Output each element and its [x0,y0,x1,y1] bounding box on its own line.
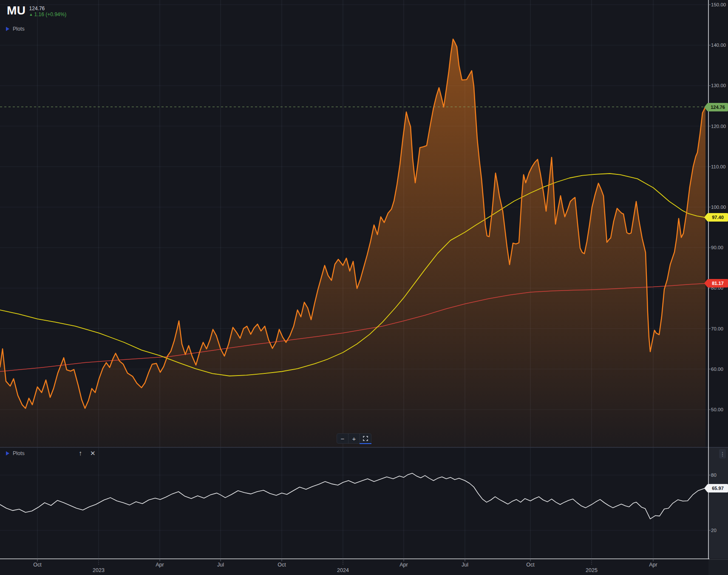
time-axis-month-label: Oct [33,562,41,568]
close-pane-button[interactable]: ✕ [90,450,96,457]
price-axis-label: 140.00 [711,42,726,48]
last-price-text: 124.76 [29,6,67,11]
change-value: 1.16 (+0.94%) [34,11,66,17]
plots-label: Plots [13,26,25,32]
price-axis-label: 60.00 [711,366,723,372]
last-price-tag: 124.76 [708,103,728,111]
pane-more-options-button[interactable]: ⋮ [719,449,726,458]
time-axis-year-label: 2023 [93,567,105,573]
chart-root: 150.00140.00130.00120.00110.00100.0090.0… [0,0,728,575]
time-axis-year-label: 2024 [337,567,349,573]
reset-zoom-button[interactable] [360,434,371,443]
sub-axis-label: 20 [711,527,717,533]
time-axis-month-label: Apr [649,562,657,568]
momentum-line [0,473,705,519]
plots-label: Plots [13,450,25,456]
sub-axis-label: 80 [711,472,717,478]
price-chart-canvas[interactable] [0,0,728,575]
time-axis-year-label: 2025 [586,567,598,573]
move-pane-up-button[interactable]: ↑ [79,450,82,457]
up-arrow-icon: ▲ [29,12,33,17]
collapse-arrow-icon[interactable] [6,451,9,455]
pane-separator [0,447,728,448]
price-axis-label: 110.00 [711,164,725,170]
ticker-quote: 124.76 ▲ 1.16 (+0.94%) [29,6,67,17]
zoom-toolbar: − + [337,433,371,444]
time-axis-month-label: Apr [156,562,164,568]
ticker-symbol[interactable]: MU [7,4,26,17]
price-area-fill [0,39,705,447]
slow-ma-price-tag: 81.17 [708,279,728,288]
main-plots-toggle[interactable]: Plots [6,26,25,32]
zoom-in-button[interactable]: + [348,434,360,443]
price-axis-label: 100.00 [711,204,726,210]
fullscreen-icon [363,436,368,441]
collapse-arrow-icon[interactable] [6,27,9,31]
price-axis-label: 50.00 [711,407,723,413]
ticker-header: MU 124.76 ▲ 1.16 (+0.94%) [7,4,66,17]
zoom-out-button[interactable]: − [337,434,348,443]
time-axis-month-label: Oct [526,562,534,568]
price-axis-label: 150.00 [711,2,726,8]
sub-plots-toggle[interactable]: Plots [6,450,25,456]
price-axis-label: 70.00 [711,326,723,332]
time-axis-month-label: Jul [217,562,224,568]
price-change-text: ▲ 1.16 (+0.94%) [29,11,67,17]
time-axis-month-label: Jul [462,562,468,568]
price-axis-label: 90.00 [711,245,723,250]
momentum-value-tag: 65.97 [708,484,728,492]
fast-ma-price-tag: 97.40 [708,213,728,222]
time-axis-month-label: Apr [399,562,408,568]
price-axis-label: 120.00 [711,123,726,129]
time-axis-month-label: Oct [278,562,286,568]
price-axis-label: 130.00 [711,83,726,88]
